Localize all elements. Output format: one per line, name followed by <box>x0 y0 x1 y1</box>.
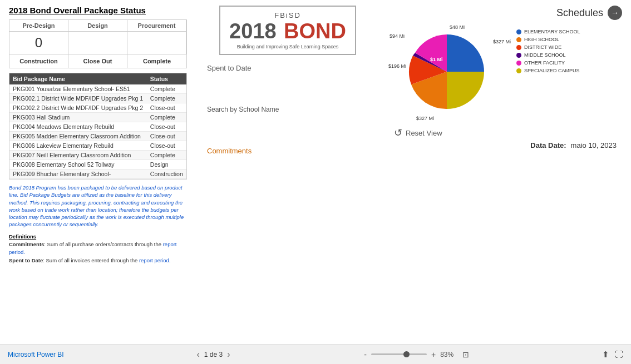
table-row[interactable]: PKG003 Hall StadiumComplete <box>9 113 186 122</box>
page-prev-button[interactable]: ‹ <box>197 350 200 360</box>
pre-design-header: Pre-Design <box>9 20 68 32</box>
col-status: Status <box>147 73 186 84</box>
table-row[interactable]: PKG004 Meadows Elementary RebuildClose-o… <box>9 122 186 132</box>
legend-label-high: HIGH SCHOOL <box>524 37 559 42</box>
bid-package-status: Construction <box>147 169 186 179</box>
logo-bond: BOND <box>284 19 346 43</box>
bid-package-name: PKG005 Madden Elementary Classroom Addit… <box>9 132 147 141</box>
notes-section: Bond 2018 Program has been packaged to b… <box>9 184 187 228</box>
chart-label-327-top: $327 Mi <box>493 39 511 44</box>
bottom-bar: Microsoft Power BI ‹ 1 de 3 › - + 83% ⊡ … <box>0 344 631 364</box>
pie-chart-svg <box>388 23 505 121</box>
bid-table-container[interactable]: Bid Package Name Status PKG001 Yousafzai… <box>9 73 187 179</box>
reset-label[interactable]: Reset View <box>406 129 442 137</box>
chart-label-196: $196 Mi <box>388 63 406 69</box>
page-nav: ‹ 1 de 3 › <box>197 350 230 360</box>
table-row[interactable]: PKG002.2 District Wide MDF/IDF Upgrades … <box>9 103 186 113</box>
chart-label-1: $1 Mi <box>430 57 443 62</box>
bid-package-status: Complete <box>147 94 186 103</box>
bid-package-name: PKG003 Hall Stadium <box>9 113 147 122</box>
bid-package-name: PKG002.1 District Wide MDF/IDF Upgrades … <box>9 94 147 103</box>
schedules-link[interactable]: Schedules → <box>388 6 622 20</box>
bid-package-status: Close-out <box>147 132 186 141</box>
share-icon[interactable]: ⬆ <box>602 350 609 360</box>
zoom-slider[interactable] <box>371 353 427 355</box>
page-title: 2018 Bond Overall Package Status <box>9 6 187 15</box>
legend-dot-other <box>516 61 521 66</box>
table-row[interactable]: PKG006 Lakeview Elementary RebuildClose-… <box>9 141 186 151</box>
logo-tagline: Building and Improving Safe Learning Spa… <box>229 44 346 49</box>
left-panel: 2018 Bond Overall Package Status Pre-Des… <box>9 6 187 265</box>
fullscreen-icon[interactable]: ⛶ <box>615 350 623 359</box>
right-panel: Schedules → <box>388 6 622 149</box>
zoom-level: 83% <box>440 351 457 358</box>
bid-package-status: Design <box>147 160 186 169</box>
legend-item-specialized: SPECIALIZED CAMPUS <box>516 68 622 73</box>
definitions-section: Definitions Commitments: Sum of all purc… <box>9 233 187 265</box>
legend-item-other: OTHER FACILITY <box>516 60 622 66</box>
page-next-button[interactable]: › <box>227 350 230 360</box>
procurement-value <box>127 32 186 54</box>
col-bid-package: Bid Package Name <box>9 73 147 84</box>
bid-package-status: Complete <box>147 151 186 160</box>
data-date-row: Data Date: maio 10, 2023 <box>388 141 622 149</box>
table-row[interactable]: PKG001 Yousafzai Elementary School- ES51… <box>9 84 186 94</box>
legend-dot-elementary <box>516 29 521 34</box>
table-row[interactable]: PKG008 Elementary School 52 TollwayDesig… <box>9 160 186 169</box>
zoom-in-button[interactable]: + <box>430 350 437 359</box>
spent-definition: Spent to Date: Sum of all invoices enter… <box>9 257 187 265</box>
bid-package-status: Close-out <box>147 103 186 113</box>
logo-fbisd: FBiSD <box>229 11 346 19</box>
legend-dot-high <box>516 37 521 42</box>
pie-chart: $48 Mi $94 Mi $196 Mi $1 Mi $327 Mi $327… <box>388 23 511 123</box>
legend-item-middle: MIDDLE SCHOOL <box>516 52 622 58</box>
design-header: Design <box>68 20 127 32</box>
legend-dot-specialized <box>516 68 521 73</box>
bid-package-name: PKG004 Meadows Elementary Rebuild <box>9 122 147 132</box>
zoom-slider-thumb <box>403 351 410 357</box>
center-panel: FBiSD 2018 BOND Building and Improving S… <box>196 6 379 155</box>
search-by-school-label[interactable]: Search by School Name <box>207 106 279 113</box>
complete-label[interactable]: Complete <box>127 54 186 68</box>
commitments-definition: Commitments: Sum of all purchase orders/… <box>9 241 187 257</box>
legend-label-district: DISTRICT WIDE <box>524 44 561 50</box>
pre-design-value: 0 <box>9 32 68 54</box>
chart-legend-container: $48 Mi $94 Mi $196 Mi $1 Mi $327 Mi $327… <box>388 23 622 123</box>
reset-row: ↺ Reset View <box>388 127 622 139</box>
chart-label-94: $94 Mi <box>390 33 405 39</box>
legend-item-high: HIGH SCHOOL <box>516 37 622 42</box>
bid-package-name: PKG001 Yousafzai Elementary School- ES51 <box>9 84 147 94</box>
legend-label-middle: MIDDLE SCHOOL <box>524 52 566 58</box>
schedules-arrow-icon[interactable]: → <box>608 6 622 20</box>
commitments-label: Commitments <box>207 147 252 155</box>
table-row[interactable]: PKG009 Bhuchar Elementary School-Constru… <box>9 169 186 179</box>
page-nav-text: 1 de 3 <box>204 351 223 358</box>
schedules-label: Schedules <box>556 7 603 19</box>
table-row[interactable]: PKG002.1 District Wide MDF/IDF Upgrades … <box>9 94 186 103</box>
table-row[interactable]: PKG007 Neill Elementary Classroom Additi… <box>9 151 186 160</box>
definitions-title: Definitions <box>9 233 187 241</box>
data-date-label: Data Date: <box>530 141 566 149</box>
reset-icon[interactable]: ↺ <box>394 127 402 139</box>
legend-label-specialized: SPECIALIZED CAMPUS <box>524 68 580 73</box>
bid-package-status: Close-out <box>147 141 186 151</box>
powerbi-link[interactable]: Microsoft Power BI <box>8 351 64 358</box>
status-grid: Pre-Design Design Procurement 0 Construc… <box>9 19 187 68</box>
bid-package-name: PKG007 Neill Elementary Classroom Additi… <box>9 151 147 160</box>
chart-label-327-bot: $327 Mi <box>416 116 434 121</box>
data-date-value: maio 10, 2023 <box>571 141 617 149</box>
legend-panel: ELEMENTARY SCHOOL HIGH SCHOOL DISTRICT W… <box>516 23 622 73</box>
fit-to-screen-icon[interactable]: ⊡ <box>462 350 469 359</box>
notes-text: Bond 2018 Program has been packaged to b… <box>9 185 184 227</box>
logo-year: 2018 <box>229 19 277 43</box>
legend-dot-middle <box>516 53 521 58</box>
procurement-header: Procurement <box>127 20 186 32</box>
table-row[interactable]: PKG005 Madden Elementary Classroom Addit… <box>9 132 186 141</box>
design-value <box>68 32 127 54</box>
construction-label[interactable]: Construction <box>9 54 68 68</box>
zoom-out-button[interactable]: - <box>363 350 368 359</box>
bid-table: Bid Package Name Status PKG001 Yousafzai… <box>9 73 186 179</box>
bid-package-name: PKG002.2 District Wide MDF/IDF Upgrades … <box>9 103 147 113</box>
closeout-label[interactable]: Close Out <box>68 54 127 68</box>
bid-package-name: PKG008 Elementary School 52 Tollway <box>9 160 147 169</box>
